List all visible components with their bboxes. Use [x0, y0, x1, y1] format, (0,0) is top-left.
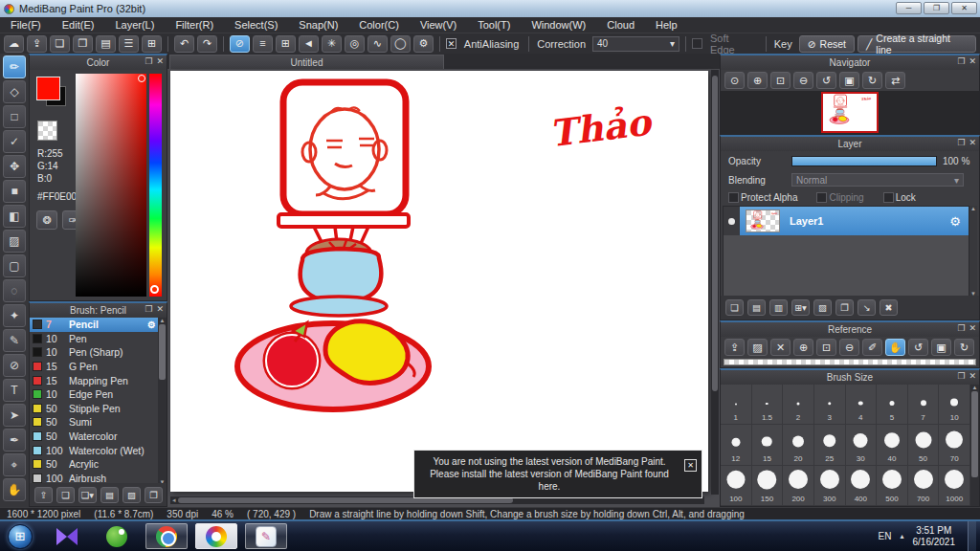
menu-item[interactable]: View(V)	[410, 19, 467, 31]
redo-icon[interactable]: ↷	[197, 35, 217, 53]
brush-size-cell[interactable]: 30	[846, 425, 878, 465]
clock[interactable]: 3:51 PM 6/16/2021	[913, 525, 960, 548]
snap-cross-icon[interactable]: ✳	[322, 35, 342, 53]
opacity-slider[interactable]	[791, 156, 937, 166]
add-brush-icon[interactable]: ❏	[56, 487, 75, 503]
select-pen-tool[interactable]: ✎	[3, 329, 26, 352]
brush-size-cell[interactable]: 15	[752, 425, 784, 465]
magic-wand-tool[interactable]: ✦	[3, 304, 26, 327]
clipping-checkbox[interactable]	[816, 192, 827, 203]
scroll-up-icon[interactable]: ▲	[160, 318, 166, 323]
control-tool[interactable]: ✓	[3, 130, 26, 153]
layer-visibility-toggle[interactable]	[724, 207, 740, 235]
close-icon[interactable]: ✕	[969, 138, 976, 147]
pen-tool[interactable]: ✒	[3, 429, 26, 452]
text-tool[interactable]: T	[3, 379, 26, 402]
brush-list-item[interactable]: 15 Mapping Pen ⚙	[30, 373, 158, 387]
foreground-color-swatch[interactable]	[36, 77, 60, 100]
close-icon[interactable]: ✕	[969, 56, 976, 66]
brush-list-item[interactable]: 7 Pencil ⚙	[30, 318, 158, 332]
add-folder-icon[interactable]: ▨	[813, 299, 832, 316]
document-tab[interactable]: Untitled	[169, 55, 444, 69]
brush-size-cell[interactable]: 400	[846, 466, 878, 506]
fit-window-icon[interactable]: ⊡	[816, 339, 836, 356]
brush-size-cell[interactable]: 500	[877, 466, 908, 506]
close-button[interactable]: ✕	[951, 2, 977, 14]
hand-icon[interactable]: ✋	[885, 339, 905, 356]
menu-item[interactable]: Tool(T)	[467, 19, 521, 31]
brush-settings-icon[interactable]: ⚙	[147, 320, 156, 330]
start-button[interactable]: ⊞	[8, 524, 33, 549]
brush-size-cell[interactable]: 25	[814, 425, 846, 465]
brush-list-item[interactable]: 50 Sumi ⚙	[30, 415, 158, 430]
zoom-in-icon[interactable]: ⊕	[793, 339, 813, 356]
brush-size-cell[interactable]: 50	[908, 425, 940, 465]
medibang-paint-icon[interactable]: ✎	[245, 523, 287, 549]
operation-tool[interactable]: ➤	[3, 404, 26, 427]
actual-size-icon[interactable]: ⊙	[724, 72, 745, 89]
rotate-left-icon[interactable]: ↺	[908, 339, 928, 356]
brush-folder-icon[interactable]: ▨	[122, 487, 141, 503]
kmplayer-icon[interactable]	[46, 523, 88, 549]
add-layer-icon[interactable]: ❏	[725, 299, 744, 316]
open-folder-icon[interactable]: ▨	[747, 339, 768, 356]
popout-icon[interactable]: ❐	[957, 323, 965, 333]
rotate-right-icon[interactable]: ↻	[862, 72, 882, 89]
popout-icon[interactable]: ❐	[145, 56, 152, 66]
brush-size-cell[interactable]: 1000	[939, 466, 970, 506]
menu-item[interactable]: Help	[645, 19, 688, 31]
snap-grid-icon[interactable]: ⊞	[276, 35, 296, 53]
cloud-upload-icon[interactable]: ⇪	[724, 339, 745, 356]
snap-parallel-icon[interactable]: ≡	[253, 35, 273, 53]
menu-item[interactable]: Color(C)	[348, 19, 410, 31]
snap-ellipse-icon[interactable]: ◯	[390, 35, 411, 53]
snap-curve-icon[interactable]: ∿	[368, 35, 388, 53]
menu-item[interactable]: Window(W)	[521, 19, 596, 31]
brush-size-cell[interactable]: 40	[877, 425, 908, 465]
hue-slider[interactable]	[149, 74, 162, 297]
menu-item[interactable]: Filter(R)	[165, 19, 224, 31]
tray-expand-icon[interactable]: ▴	[900, 532, 903, 540]
menu-item[interactable]: Cloud	[596, 19, 645, 31]
layer-list-scrollbar[interactable]: ▲ ▼	[969, 206, 977, 297]
close-icon[interactable]: ✕	[156, 56, 164, 66]
zoom-out-icon[interactable]: ⊖	[793, 72, 813, 89]
add-brush-menu-icon[interactable]: ❏▾	[78, 487, 97, 503]
brush-size-cell[interactable]: 3	[814, 385, 846, 425]
document-icon[interactable]: ▤	[96, 35, 116, 53]
eyedropper-icon[interactable]: ✐	[862, 339, 882, 356]
rotate-right-icon[interactable]: ↻	[954, 339, 974, 356]
move-tool[interactable]: ✥	[3, 155, 26, 178]
comment-icon[interactable]: ❏	[50, 35, 70, 53]
close-icon[interactable]: ✕	[156, 304, 164, 314]
create-straight-line-button[interactable]: ╱ Create a straight line	[858, 35, 976, 53]
language-indicator[interactable]: EN	[879, 531, 892, 541]
snap-concentric-icon[interactable]: ◎	[345, 35, 365, 53]
blending-dropdown[interactable]: Normal ▾	[791, 173, 964, 187]
menu-item[interactable]: File(F)	[0, 19, 52, 31]
notification-close-icon[interactable]: ✕	[684, 459, 697, 472]
duplicate-brush-icon[interactable]: ❐	[145, 487, 163, 503]
window-grid-icon[interactable]: ⊞	[142, 35, 162, 53]
fill-tool[interactable]: ■	[3, 180, 26, 203]
popout-icon[interactable]: ❐	[957, 371, 965, 381]
minimize-button[interactable]: ─	[896, 2, 922, 14]
reset-rotation-icon[interactable]: ▣	[839, 72, 859, 89]
brush-size-cell[interactable]: 70	[939, 425, 970, 465]
brush-size-cell[interactable]: 1.5	[752, 385, 784, 425]
duplicate-layer-icon[interactable]: ❐	[835, 299, 854, 316]
menu-item[interactable]: Snap(N)	[288, 19, 348, 31]
popout-icon[interactable]: ❐	[957, 56, 965, 66]
close-icon[interactable]: ✕	[969, 323, 976, 333]
scroll-thumb[interactable]	[712, 76, 718, 391]
add-1bit-layer-icon[interactable]: ▥	[769, 299, 788, 316]
clear-icon[interactable]: ✕	[770, 339, 791, 356]
bucket-tool[interactable]: ◧	[3, 205, 26, 228]
brush-size-cell[interactable]: 2	[783, 385, 814, 425]
lock-checkbox[interactable]	[883, 192, 894, 203]
add-layer-menu-icon[interactable]: ⊞▾	[791, 299, 810, 316]
add-halftone-layer-icon[interactable]: ▤	[747, 299, 766, 316]
snap-off-icon[interactable]: ⊘	[230, 35, 250, 53]
brush-size-cell[interactable]: 150	[752, 466, 784, 506]
brush-list-item[interactable]: 10 Pen ⚙	[30, 332, 158, 346]
